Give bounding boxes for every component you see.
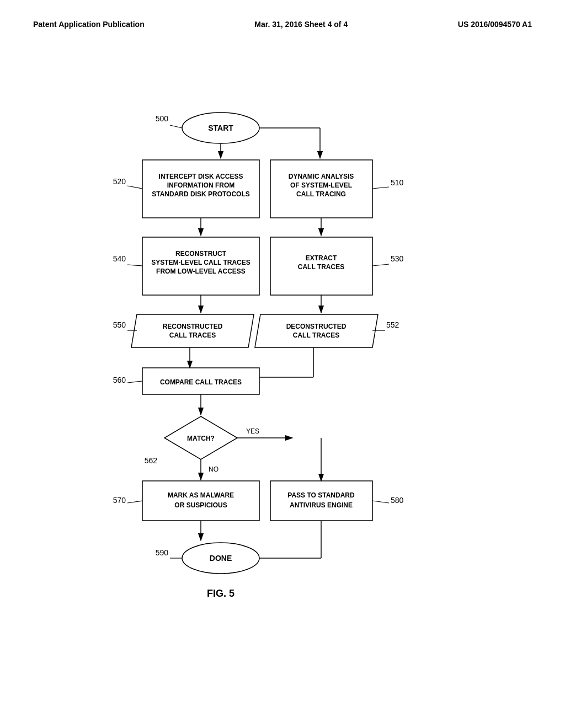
svg-text:NO: NO [209, 465, 218, 473]
svg-text:DYNAMIC ANALYSIS: DYNAMIC ANALYSIS [289, 173, 354, 180]
svg-text:590: 590 [156, 548, 169, 557]
svg-text:570: 570 [113, 496, 126, 505]
svg-rect-60 [142, 481, 259, 521]
svg-text:CALL TRACES: CALL TRACES [293, 331, 339, 339]
svg-text:FROM LOW-LEVEL ACCESS: FROM LOW-LEVEL ACCESS [156, 267, 246, 275]
svg-text:FIG. 5: FIG. 5 [207, 588, 234, 599]
svg-line-13 [127, 186, 142, 189]
svg-text:RECONSTRUCT: RECONSTRUCT [175, 250, 227, 258]
svg-marker-35 [131, 314, 254, 347]
svg-text:RECONSTRUCTED: RECONSTRUCTED [163, 323, 223, 330]
svg-text:STANDARD DISK PROTOCOLS: STANDARD DISK PROTOCOLS [152, 190, 250, 198]
svg-text:COMPARE CALL TRACES: COMPARE CALL TRACES [160, 378, 242, 386]
page-header: Patent Application Publication Mar. 31, … [0, 0, 565, 29]
svg-text:CALL TRACES: CALL TRACES [169, 331, 216, 339]
svg-rect-65 [270, 481, 372, 521]
svg-text:START: START [208, 124, 233, 132]
svg-text:DECONSTRUCTED: DECONSTRUCTED [286, 323, 347, 330]
svg-text:510: 510 [391, 178, 404, 187]
svg-text:INTERCEPT DISK ACCESS: INTERCEPT DISK ACCESS [159, 173, 243, 180]
svg-text:520: 520 [113, 177, 126, 186]
header-right: US 2016/0094570 A1 [458, 20, 532, 29]
svg-line-64 [127, 501, 142, 503]
svg-line-69 [372, 501, 389, 503]
svg-text:552: 552 [386, 320, 399, 329]
svg-text:DONE: DONE [210, 554, 232, 563]
svg-text:EXTRACT: EXTRACT [306, 254, 337, 262]
svg-text:OR SUSPICIOUS: OR SUSPICIOUS [174, 501, 227, 509]
svg-text:MATCH?: MATCH? [187, 435, 215, 442]
svg-line-19 [372, 187, 389, 189]
svg-text:540: 540 [113, 254, 126, 263]
flowchart-svg: START 500 INTERCEPT DISK ACCESS INFORMAT… [0, 40, 565, 674]
svg-text:INFORMATION FROM: INFORMATION FROM [167, 181, 234, 189]
svg-text:530: 530 [391, 254, 404, 263]
svg-text:580: 580 [391, 496, 404, 505]
svg-text:500: 500 [156, 114, 169, 123]
svg-text:550: 550 [113, 320, 126, 329]
svg-text:YES: YES [246, 427, 259, 435]
svg-text:562: 562 [145, 456, 158, 465]
header-middle: Mar. 31, 2016 Sheet 4 of 4 [254, 20, 348, 29]
svg-marker-40 [255, 314, 378, 347]
svg-line-32 [372, 264, 389, 266]
svg-text:SYSTEM-LEVEL CALL TRACES: SYSTEM-LEVEL CALL TRACES [151, 259, 250, 266]
svg-text:560: 560 [113, 376, 126, 384]
svg-text:CALL TRACING: CALL TRACING [296, 190, 346, 198]
diagram-container: START 500 INTERCEPT DISK ACCESS INFORMAT… [0, 40, 565, 674]
svg-text:ANTIVIRUS ENGINE: ANTIVIRUS ENGINE [290, 501, 353, 509]
svg-line-4 [170, 125, 182, 128]
svg-text:OF SYSTEM-LEVEL: OF SYSTEM-LEVEL [290, 181, 352, 189]
svg-text:CALL TRACES: CALL TRACES [298, 263, 344, 271]
svg-text:MARK AS MALWARE: MARK AS MALWARE [168, 491, 234, 499]
svg-line-51 [127, 381, 142, 383]
svg-text:PASS TO STANDARD: PASS TO STANDARD [287, 491, 355, 499]
svg-line-27 [127, 265, 142, 266]
header-left: Patent Application Publication [33, 20, 145, 29]
